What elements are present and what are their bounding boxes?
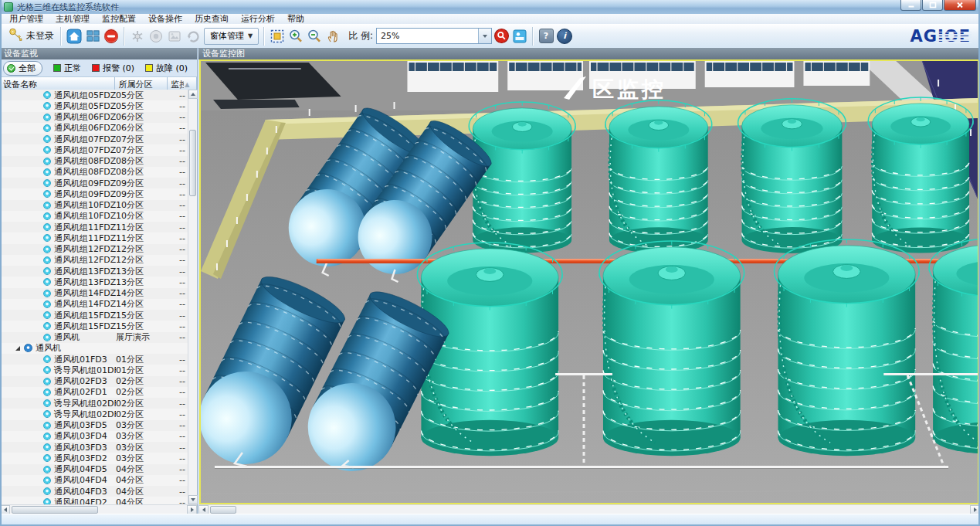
tank-teal-upper-3[interactable]: [738, 99, 846, 253]
scrollbar-thumb[interactable]: [12, 506, 98, 514]
maximize-button[interactable]: [922, 0, 943, 11]
device-row[interactable]: 通风机02FD102分区--: [0, 387, 188, 398]
device-row[interactable]: 通风机03FD203分区--: [0, 453, 188, 463]
device-row[interactable]: 通风机组05FDZ205分区--: [0, 90, 188, 100]
device-row[interactable]: 诱导风机组02DF202分区--: [0, 398, 188, 409]
device-zone: 12分区: [116, 243, 167, 255]
column-header-zone[interactable]: 所属分区: [115, 77, 168, 90]
device-row[interactable]: 通风机组11FDZ111分区--: [0, 232, 188, 243]
scene-svg[interactable]: 区监控: [201, 61, 978, 503]
device-row[interactable]: 诱导风机组02DF102分区--: [0, 409, 188, 419]
tank-teal-upper-4[interactable]: [868, 97, 973, 253]
arrow-left-icon: [4, 507, 7, 512]
device-row[interactable]: 通风机组06FDZ206分区--: [0, 112, 188, 123]
device-row[interactable]: 通风机组13FDZ113分区--: [0, 277, 188, 287]
device-row[interactable]: 通风机04FD504分区--: [0, 464, 188, 475]
device-row[interactable]: 通风机组14FDZ214分区--: [0, 288, 188, 299]
device-row[interactable]: 通风机组06FDZ106分区--: [0, 123, 188, 134]
device-row[interactable]: 通风机组10FDZ110分区--: [0, 211, 188, 222]
close-button[interactable]: [944, 0, 976, 11]
device-row[interactable]: 通风机03FD503分区--: [0, 420, 188, 431]
scale-combobox[interactable]: 25%: [376, 28, 492, 44]
device-row[interactable]: 通风机组05FDZ105分区--: [0, 100, 188, 111]
scrollbar-thumb[interactable]: [189, 130, 196, 196]
home-view-button[interactable]: [65, 27, 83, 46]
device-row[interactable]: 通风机组07FDZ107分区--: [0, 144, 188, 155]
device-row[interactable]: 通风机02FD302分区--: [0, 376, 188, 387]
scale-value: 25%: [377, 31, 478, 41]
device-row[interactable]: 通风机01FD301分区--: [0, 354, 188, 365]
menu-item-4[interactable]: 历史查询: [188, 13, 235, 25]
login-button[interactable]: 未登录: [5, 27, 57, 45]
device-zone: 01分区: [116, 354, 167, 365]
normal-status-swatch: [53, 64, 61, 72]
device-row[interactable]: 通风机04FD304分区--: [0, 486, 188, 497]
device-row[interactable]: 通风机组12FDZ112分区--: [0, 255, 188, 266]
tank-teal-upper-2[interactable]: [605, 100, 712, 253]
scene-viewport[interactable]: 区监控: [199, 59, 979, 504]
device-row[interactable]: 通风机组15FDZ115分区--: [0, 321, 188, 331]
menu-item-2[interactable]: 监控配置: [96, 13, 142, 25]
device-zone: 展厅演示: [116, 331, 167, 343]
device-row[interactable]: 诱导风机组01DF101分区--: [0, 365, 188, 375]
device-monitor-value: --: [167, 431, 188, 441]
device-row[interactable]: 通风机组07FDZ207分区--: [0, 134, 188, 144]
device-row[interactable]: 通风机组14FDZ114分区--: [0, 299, 188, 310]
device-row[interactable]: 通风机组10FDZ210分区--: [0, 200, 188, 211]
about-button[interactable]: i: [555, 27, 574, 46]
zoom-in-button[interactable]: [287, 27, 305, 46]
device-row[interactable]: 通风机组09FDZ109分区--: [0, 188, 188, 199]
filter-fault[interactable]: 故障 (0): [145, 63, 188, 74]
device-row[interactable]: 通风机组13FDZ213分区--: [0, 266, 188, 277]
scroll-down-button[interactable]: [188, 495, 198, 504]
select-region-button[interactable]: [268, 27, 287, 46]
device-group-row[interactable]: 通风机: [0, 343, 188, 354]
column-header-name[interactable]: 设备名称: [0, 77, 115, 90]
person-panel-button[interactable]: [510, 27, 529, 46]
monitor-wall-icon[interactable]: [83, 27, 102, 46]
device-row[interactable]: 通风机组08FDZ108分区--: [0, 167, 188, 178]
device-row[interactable]: 通风机展厅演示--: [0, 332, 188, 343]
filter-alarm[interactable]: 报警 (0): [92, 63, 134, 74]
tank-teal-lower-2[interactable]: [599, 241, 744, 456]
filter-all-button[interactable]: 全部: [3, 61, 42, 76]
device-monitor-value: --: [167, 277, 188, 287]
filter-normal[interactable]: 正常: [53, 63, 81, 74]
device-name: 通风机组14FDZ1: [54, 298, 116, 310]
scroll-up-button[interactable]: [188, 90, 198, 99]
tree-expand-icon[interactable]: [15, 346, 20, 351]
device-status-icon: [43, 477, 51, 484]
zoom-out-button[interactable]: [305, 27, 324, 46]
menu-item-5[interactable]: 运行分析: [235, 13, 281, 25]
minimize-button[interactable]: [900, 0, 921, 11]
toolbar-separator: [124, 27, 125, 46]
scrollbar-thumb[interactable]: [210, 506, 236, 514]
device-row[interactable]: 通风机04FD204分区--: [0, 497, 188, 504]
device-row[interactable]: 通风机03FD403分区--: [0, 431, 188, 442]
menu-item-6[interactable]: 帮助: [281, 13, 310, 25]
device-status-icon: [43, 334, 51, 341]
column-header-monitor[interactable]: 监控 ▲: [168, 77, 197, 90]
stop-button[interactable]: [102, 27, 120, 46]
locate-search-button[interactable]: [492, 27, 510, 46]
device-row[interactable]: 通风机组08FDZ208分区--: [0, 156, 188, 167]
device-row[interactable]: 通风机组15FDZ215分区--: [0, 310, 188, 321]
tank-teal-lower-3[interactable]: [775, 239, 920, 456]
device-row[interactable]: 通风机组11FDZ211分区--: [0, 222, 188, 232]
pan-hand-button[interactable]: [324, 27, 342, 46]
menu-item-1[interactable]: 主机管理: [49, 13, 96, 25]
window-manage-button[interactable]: 窗体管理 ▼: [204, 28, 259, 45]
device-row[interactable]: 通风机组12FDZ212分区--: [0, 244, 188, 255]
device-monitor-value: --: [167, 156, 188, 166]
tank-teal-upper-1[interactable]: [469, 102, 575, 253]
help-button[interactable]: ?: [537, 27, 555, 46]
device-row[interactable]: 通风机组09FDZ209分区--: [0, 178, 188, 188]
menu-item-3[interactable]: 设备操作: [142, 13, 188, 25]
device-monitor-value: --: [167, 332, 188, 342]
device-row[interactable]: 通风机03FD303分区--: [0, 442, 188, 453]
device-list-vertical-scrollbar[interactable]: [188, 90, 197, 504]
menu-item-0[interactable]: 用户管理: [3, 13, 49, 25]
tank-teal-lower-4[interactable]: [929, 239, 978, 454]
device-row[interactable]: 通风机04FD404分区--: [0, 475, 188, 486]
combo-dropdown-button[interactable]: [478, 29, 491, 43]
